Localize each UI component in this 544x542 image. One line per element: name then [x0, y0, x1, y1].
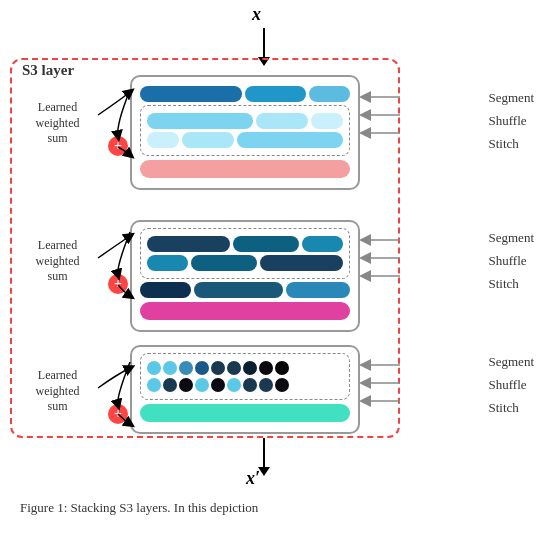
- circle-row-3b: [147, 378, 343, 392]
- bar-dark-blue-1: [140, 86, 242, 102]
- inner-dashed-2: [140, 228, 350, 279]
- bar-cyan-1b: [237, 132, 343, 148]
- circ-3b-8: [259, 378, 273, 392]
- circ-3b-6: [227, 378, 241, 392]
- circ-3a-2: [163, 361, 177, 375]
- bar-lt2-2: [286, 282, 350, 298]
- circ-3a-1: [147, 361, 161, 375]
- circ-3b-4: [195, 378, 209, 392]
- solid-bar-2: [140, 302, 350, 320]
- shuffle-label-3: Shuffle: [489, 375, 535, 396]
- stitch-label-1: Stitch: [489, 134, 535, 155]
- circ-3a-4: [195, 361, 209, 375]
- bar-light-blue-1: [309, 86, 350, 102]
- bar-lt-2a: [302, 236, 343, 252]
- shuffle-label-2: Shuffle: [489, 251, 535, 272]
- arrow-down-top: [263, 28, 265, 58]
- segment-label-1: Segment: [489, 88, 535, 109]
- learned-label-2: Learnedweightedsum: [20, 238, 95, 285]
- circ-3b-2: [163, 378, 177, 392]
- bar-md-2a: [233, 236, 299, 252]
- bar-ltcyan-1a: [256, 113, 309, 129]
- circ-3b-9: [275, 378, 289, 392]
- circ-3a-8: [259, 361, 273, 375]
- right-labels-2: Segment Shuffle Stitch: [489, 228, 535, 294]
- inner-dashed-1: [140, 105, 350, 156]
- plus-circle-3: +: [108, 404, 128, 424]
- x-bottom-label: x′: [246, 468, 260, 489]
- bar-row-dashed-2b: [147, 255, 343, 271]
- bar-md-2b: [191, 255, 257, 271]
- bar-row-top-2: [140, 282, 350, 298]
- circ-3a-6: [227, 361, 241, 375]
- bar-pale-1a: [311, 113, 343, 129]
- block-group-1: [130, 75, 360, 190]
- bar-lt-2b: [147, 255, 188, 271]
- block-group-3: [130, 345, 360, 434]
- bar-mid-blue-1: [245, 86, 306, 102]
- block-group-2: [130, 220, 360, 332]
- circ-3b-3: [179, 378, 193, 392]
- right-labels-1: Segment Shuffle Stitch: [489, 88, 535, 154]
- figure-caption: Figure 1: Stacking S3 layers. In this de…: [20, 500, 258, 516]
- bar-md2-2: [194, 282, 283, 298]
- solid-bar-3: [140, 404, 350, 422]
- bar-row-dashed-1b: [147, 132, 343, 148]
- diagram-container: x S3 layer Learnedweightedsum: [0, 0, 544, 510]
- bar-row-dashed-1a: [147, 113, 343, 129]
- circ-3a-5: [211, 361, 225, 375]
- bar-dk2-2: [140, 282, 191, 298]
- bar-row-top-1: [140, 86, 350, 102]
- circle-row-3a: [147, 361, 343, 375]
- circ-3b-5: [211, 378, 225, 392]
- right-labels-3: Segment Shuffle Stitch: [489, 352, 535, 418]
- circ-3a-3: [179, 361, 193, 375]
- bar-cyan-1a: [147, 113, 253, 129]
- bar-dk-2b: [260, 255, 343, 271]
- solid-bar-1: [140, 160, 350, 178]
- bar-row-dashed-2a: [147, 236, 343, 252]
- s3-layer-label: S3 layer: [22, 62, 74, 79]
- circ-3b-1: [147, 378, 161, 392]
- segment-label-3: Segment: [489, 352, 535, 373]
- x-top-label: x: [252, 4, 261, 25]
- bar-pale-1b: [147, 132, 179, 148]
- bar-dk-2a: [147, 236, 230, 252]
- circ-3b-7: [243, 378, 257, 392]
- stitch-label-2: Stitch: [489, 274, 535, 295]
- learned-label-1: Learnedweightedsum: [20, 100, 95, 147]
- circ-3a-7: [243, 361, 257, 375]
- stitch-label-3: Stitch: [489, 398, 535, 419]
- bar-ltcyan-1b: [182, 132, 235, 148]
- shuffle-label-1: Shuffle: [489, 111, 535, 132]
- inner-dashed-3: [140, 353, 350, 400]
- circ-3a-9: [275, 361, 289, 375]
- segment-label-2: Segment: [489, 228, 535, 249]
- plus-circle-2: +: [108, 274, 128, 294]
- plus-circle-1: +: [108, 136, 128, 156]
- learned-label-3: Learnedweightedsum: [20, 368, 95, 415]
- arrow-down-bottom: [263, 438, 265, 468]
